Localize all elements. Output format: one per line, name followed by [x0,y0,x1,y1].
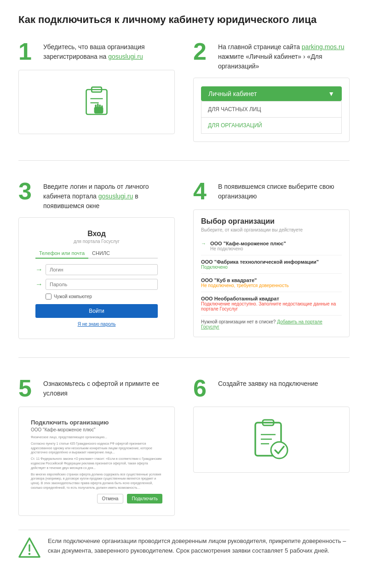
offer-paragraph2: Ст. 11 Федерального закона «О рекламе» г… [31,457,162,470]
login-title: Вход [35,230,158,238]
org-name-2: ООО "Фабрика технологической информации" [201,259,319,265]
page-title: Как подключиться к личному кабинету юрид… [18,14,350,26]
dropdown-menu: ДЛЯ ЧАСТНЫХ ЛИЦ ДЛЯ ОРГАНИЗАЦИЙ [201,101,342,134]
step-6-text: Создайте заявку на подключение [218,376,318,389]
gosuslugi-link-2[interactable]: gosuslugi.ru [98,192,133,200]
org-name-4: ООО Необработанный квадрат [201,296,342,301]
steps-grid: 1 Убедитесь, что ваша организация зареги… [18,40,350,516]
password-input[interactable] [46,279,158,290]
offer-cancel-button[interactable]: Отмена [97,494,124,503]
step-1-illustration [18,70,175,134]
offer-paragraph3: Во многих европейских странах оферта дол… [31,472,162,490]
org-item-1[interactable]: → ООО "Кафе-мороженое плюс" Не подключен… [201,237,342,255]
parking-mos-link[interactable]: parking.mos.ru [302,43,345,51]
org-status-2: Подключено [201,265,319,270]
offer-accept-button[interactable]: Подключить [127,494,162,503]
password-arrow-icon: → [35,280,43,288]
offer-paragraph1: Согласно пункту 1 статьи 435 Гражданског… [31,441,162,455]
step-4-number: 4 [193,179,212,203]
warning-triangle-icon [18,537,40,559]
org-arrow-icon-1: → [201,241,207,246]
step-4-text: В появившемся списке выберите свою орган… [218,179,350,201]
step-4: 4 В появившемся списке выберите свою орг… [193,179,350,339]
login-tabs: Телефон или почта СНИЛС [35,249,158,259]
step-1: 1 Убедитесь, что ваша организация зареги… [18,40,175,142]
checkbox-label: Чужой компьютер [54,294,92,299]
other-computer-checkbox[interactable] [46,294,52,300]
org-select-title: Выбор организации [201,217,342,226]
svg-rect-6 [97,104,99,110]
step-4-illustration: Выбор организации Выберите, от какой орг… [193,209,350,337]
offer-buttons: Отмена Подключить [31,494,162,503]
org-item-2[interactable]: ООО "Фабрика технологической информации"… [201,255,342,274]
divider-2 [18,357,350,358]
step-6: 6 Создайте заявку на подключение [193,376,350,516]
login-input[interactable] [46,264,158,275]
login-form: Вход для портала Госуслуг Телефон или по… [26,225,167,331]
forgot-password-link[interactable]: Я не знаю пароль [35,322,158,327]
svg-rect-7 [99,104,101,109]
step-5-text: Ознакомьтесь с офертой и примите ее усло… [43,376,175,398]
step-3: 3 Введите логин и пароль от личного каби… [18,179,175,339]
org-add-text: Нужной организации нет в списке? Добавит… [201,316,342,329]
warning-banner: Если подключение организации проводится … [18,530,350,565]
personal-cabinet-btn[interactable]: Личный кабинет ▼ [201,86,342,101]
step-1-text: Убедитесь, что ваша организация зарегист… [43,40,175,62]
divider-1 [18,160,350,161]
org-name-1: ООО "Кафе-мороженое плюс" [210,241,286,246]
step-5-illustration: Подключить организацию ООО "Кафе-морожен… [18,407,175,516]
application-icon-container [246,414,297,465]
tab-snils[interactable]: СНИЛС [88,249,114,258]
step-6-illustration [193,407,350,473]
dropdown-item-private[interactable]: ДЛЯ ЧАСТНЫХ ЛИЦ [201,102,341,118]
step-2-illustration: Личный кабинет ▼ ДЛЯ ЧАСТНЫХ ЛИЦ ДЛЯ ОРГ… [193,78,350,142]
step-1-number: 1 [18,40,37,63]
password-row: → [35,279,158,290]
application-submit-icon [246,414,297,465]
svg-rect-8 [101,105,103,109]
step-6-number: 6 [193,376,212,400]
org-item-3[interactable]: ООО "Куб в квадрате" Не подключено, треб… [201,274,342,292]
checkbox-row: Чужой компьютер [46,294,158,300]
login-row: → [35,264,158,275]
dropdown-illustration: Личный кабинет ▼ ДЛЯ ЧАСТНЫХ ЛИЦ ДЛЯ ОРГ… [201,86,342,134]
login-subtitle: для портала Госуслуг [35,239,158,244]
org-status-4: Подключение недоступно. Заполните недост… [201,301,342,311]
step-5: 5 Ознакомьтесь с офертой и примите ее ус… [18,376,175,516]
org-status-3: Не подключено, требуется доверенность [201,283,289,288]
offer-title: Подключить организацию [31,419,162,426]
login-arrow-icon: → [35,266,43,274]
step-3-text: Введите логин и пароль от личного кабине… [43,179,175,211]
warning-text: Если подключение организации проводится … [48,537,350,556]
offer-intro: Физическое лицо, представляющее организа… [31,435,162,440]
org-select: Выбор организации Выберите, от какой орг… [201,217,342,329]
org-name-3: ООО "Куб в квадрате" [201,277,289,283]
gosuslugi-clipboard-icon [76,81,117,123]
step-5-number: 5 [18,376,37,400]
offer-doc: Подключить организацию ООО "Кафе-морожен… [26,414,167,508]
step-3-number: 3 [18,179,37,203]
offer-subtitle: ООО "Кафе-мороженое плюс" [31,427,162,432]
step-2-text: На главной странице сайта parking.mos.ru… [218,40,350,71]
org-select-subtitle: Выберите, от какой организации вы действ… [201,227,342,232]
svg-point-17 [29,553,31,555]
svg-rect-5 [95,104,97,109]
login-button[interactable]: Войти [35,304,158,318]
gosuslugi-link-1[interactable]: gosuslugi.ru [108,53,143,60]
org-status-1: Не подключено [210,246,286,251]
dropdown-item-org[interactable]: ДЛЯ ОРГАНИЗАЦИЙ [201,118,341,133]
dropdown-arrow-icon: ▼ [328,90,334,97]
step-2-number: 2 [193,40,212,63]
svg-point-14 [271,442,288,458]
step-3-illustration: Вход для портала Госуслуг Телефон или по… [18,217,175,339]
tab-phone[interactable]: Телефон или почта [35,249,88,259]
org-item-4[interactable]: ООО Необработанный квадрат Подключение н… [201,292,342,316]
step-2: 2 На главной странице сайта parking.mos.… [193,40,350,142]
